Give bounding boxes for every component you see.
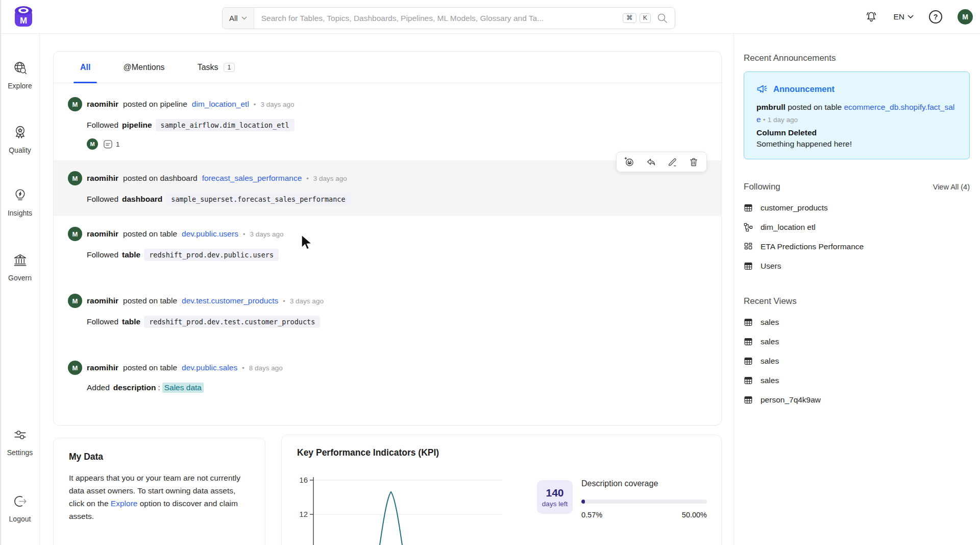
fqn-chip: redshift_prod.dev.public.users — [144, 249, 279, 261]
sidebar-item-explore[interactable]: Explore — [0, 60, 40, 90]
avatar: M — [68, 227, 82, 241]
feed-action: posted on pipeline — [123, 100, 187, 109]
feed-item[interactable]: M raomihir posted on table dev.public.sa… — [54, 350, 721, 404]
my-data-card: My Data It appears that you or your team… — [53, 438, 265, 545]
entity-link[interactable]: dev.public.sales — [182, 363, 237, 372]
sidebar-item-govern[interactable]: Govern — [0, 252, 40, 282]
table-icon — [744, 357, 753, 366]
kpi-series-line — [372, 492, 410, 545]
feed-action: posted on table — [123, 296, 177, 305]
feed-user: raomihir — [87, 296, 118, 305]
kbd-k: K — [640, 13, 651, 23]
avatar: M — [68, 171, 82, 185]
entity-link[interactable]: dev.public.users — [182, 229, 238, 239]
avatar: M — [68, 294, 82, 308]
following-item[interactable]: ETA Predictions Performance — [744, 237, 970, 256]
feed-action: posted on table — [123, 229, 177, 239]
sidebar-item-settings[interactable]: Settings — [0, 427, 40, 457]
reply-icon[interactable] — [646, 157, 656, 167]
table-icon — [744, 318, 753, 327]
following-list: customer_products dim_location etl ETA P… — [744, 198, 970, 276]
kpi-line-chart: 16 12 8 — [296, 465, 516, 545]
recent-view-item[interactable]: sales — [744, 332, 970, 351]
announcement-card[interactable]: Announcement pmbrull posted on table eco… — [744, 72, 970, 159]
tab-mentions[interactable]: @Mentions — [117, 52, 170, 83]
help-icon[interactable]: ? — [929, 10, 942, 23]
sidebar-item-insights[interactable]: Insights — [0, 187, 40, 217]
settings-sliders-icon — [12, 427, 28, 443]
language-value: EN — [893, 12, 904, 21]
activity-feed-card: All @Mentions Tasks 1 M raomihir posted … — [53, 51, 722, 425]
feed-item-action-toolbar — [616, 152, 707, 172]
coverage-progress-bar — [581, 500, 707, 504]
add-reaction-icon[interactable] — [624, 157, 634, 167]
dashboard-icon — [744, 242, 753, 251]
feed-action: posted on table — [123, 363, 177, 372]
chevron-down-icon — [908, 15, 914, 19]
window-edge — [0, 0, 1, 545]
tab-all[interactable]: All — [74, 52, 96, 83]
sidebar-label: Logout — [9, 515, 31, 523]
following-item[interactable]: dim_location etl — [744, 218, 970, 237]
pipeline-icon — [744, 223, 753, 232]
feed-item-hovered[interactable]: M raomihir posted on dashboard forecast_… — [54, 160, 721, 216]
thread-count-button[interactable]: 1 — [103, 139, 120, 150]
search-icon[interactable] — [657, 13, 668, 23]
feed-tabs: All @Mentions Tasks 1 — [54, 52, 721, 83]
sidebar-item-logout[interactable]: Logout — [0, 493, 40, 523]
feed-timestamp: 3 days ago — [260, 101, 294, 108]
table-icon — [744, 203, 753, 212]
right-panel: Recent Announcements Announcement pmbrul… — [733, 34, 980, 545]
language-selector[interactable]: EN — [893, 12, 914, 21]
following-item[interactable]: Users — [744, 256, 970, 276]
feed-timestamp: 8 days ago — [249, 364, 283, 372]
megaphone-icon — [756, 83, 768, 94]
table-icon — [744, 337, 753, 346]
sidebar-label: Insights — [8, 209, 32, 217]
feed-timestamp: 3 days ago — [290, 297, 324, 305]
fqn-chip: sample_airflow.dim_location_etl — [156, 119, 295, 131]
table-icon — [744, 262, 753, 271]
entity-link[interactable]: dim_location_etl — [192, 100, 249, 109]
recent-view-item[interactable]: person_7q4k9aw — [744, 390, 970, 410]
user-avatar[interactable]: M — [958, 9, 973, 25]
entity-link[interactable]: dev.test.customer_products — [182, 296, 278, 305]
following-item[interactable]: customer_products — [744, 198, 970, 218]
my-data-title: My Data — [69, 452, 250, 462]
delete-icon[interactable] — [689, 157, 699, 167]
notifications-bell-icon[interactable] — [865, 10, 878, 23]
comment-icon — [103, 139, 113, 150]
feed-user: raomihir — [87, 363, 118, 372]
sidebar-item-quality[interactable]: Quality — [0, 125, 40, 154]
tab-tasks[interactable]: Tasks 1 — [191, 52, 241, 83]
recent-view-item[interactable]: sales — [744, 351, 970, 371]
announcement-label: Announcement — [773, 84, 835, 94]
search-input[interactable] — [254, 14, 623, 23]
search-filter-dropdown[interactable]: All — [223, 8, 254, 29]
reaction-avatar[interactable]: M — [87, 138, 98, 150]
y-tick-16: 16 — [299, 476, 308, 484]
edit-icon[interactable] — [667, 157, 677, 167]
recent-view-item[interactable]: sales — [744, 371, 970, 390]
feed-user: raomihir — [87, 100, 118, 109]
recent-view-item[interactable]: sales — [744, 313, 970, 332]
explore-link[interactable]: Explore — [111, 499, 138, 508]
feed-timestamp: 3 days ago — [250, 230, 283, 238]
entity-link[interactable]: forecast_sales_performance — [202, 174, 302, 183]
coverage-current: 0.57% — [581, 511, 602, 519]
announcement-timestamp: 1 day ago — [768, 116, 798, 124]
app-logo-icon[interactable]: M — [13, 5, 34, 29]
recent-announcements-header: Recent Announcements — [744, 53, 970, 63]
view-all-link[interactable]: View All (4) — [933, 183, 970, 191]
kbd-cmd: ⌘ — [623, 13, 636, 23]
days-left-badge: 140 days left — [537, 480, 573, 514]
kpi-title: Key Performance Indicators (KPI) — [297, 447, 706, 458]
explore-globe-icon — [12, 60, 28, 76]
recent-views-header: Recent Views — [744, 296, 970, 306]
description-coverage: Description coverage 0.57% 50.00% — [581, 479, 707, 519]
sidebar-label: Quality — [9, 146, 31, 154]
feed-item[interactable]: M raomihir posted on table dev.test.cust… — [54, 283, 721, 339]
coverage-progress-fill — [581, 500, 585, 504]
feed-item[interactable]: M raomihir posted on pipeline dim_locati… — [54, 86, 721, 160]
feed-item[interactable]: M raomihir posted on table dev.public.us… — [54, 216, 721, 272]
